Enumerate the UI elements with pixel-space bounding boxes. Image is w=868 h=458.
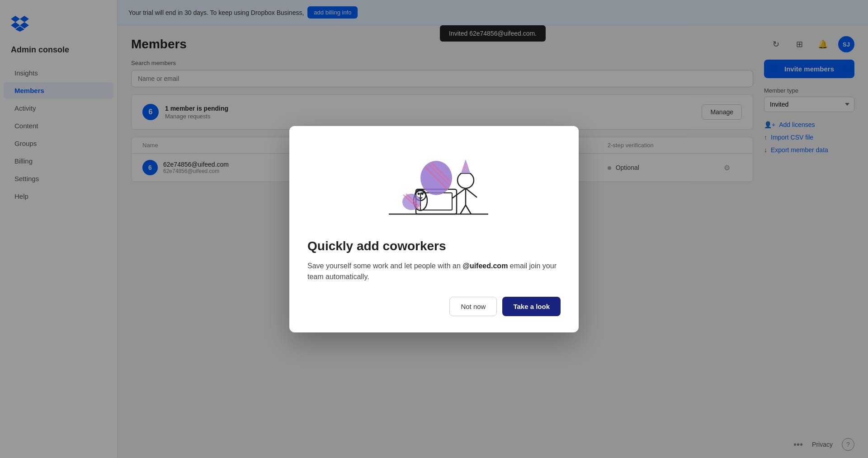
svg-line-9 [466,188,477,197]
modal-overlay: Quickly add coworkers Save yourself some… [0,0,868,458]
modal-text: Save yourself some work and let people w… [307,261,561,282]
modal-domain: @uifeed.com [462,262,508,270]
svg-line-8 [452,188,466,198]
modal-text-before: Save yourself some work and let people w… [307,262,462,270]
svg-line-11 [460,205,466,214]
svg-marker-4 [461,160,470,173]
modal-title: Quickly add coworkers [307,239,561,253]
modal-actions: Not now Take a look [307,297,561,316]
svg-point-15 [418,192,420,195]
modal-illustration [289,126,579,234]
take-look-button[interactable]: Take a look [502,297,561,316]
illustration-svg [362,135,506,225]
not-now-button[interactable]: Not now [449,297,497,316]
svg-point-3 [458,172,474,188]
svg-line-12 [466,205,471,214]
modal: Quickly add coworkers Save yourself some… [289,126,579,332]
svg-point-16 [421,192,424,195]
modal-body: Quickly add coworkers Save yourself some… [289,234,579,332]
